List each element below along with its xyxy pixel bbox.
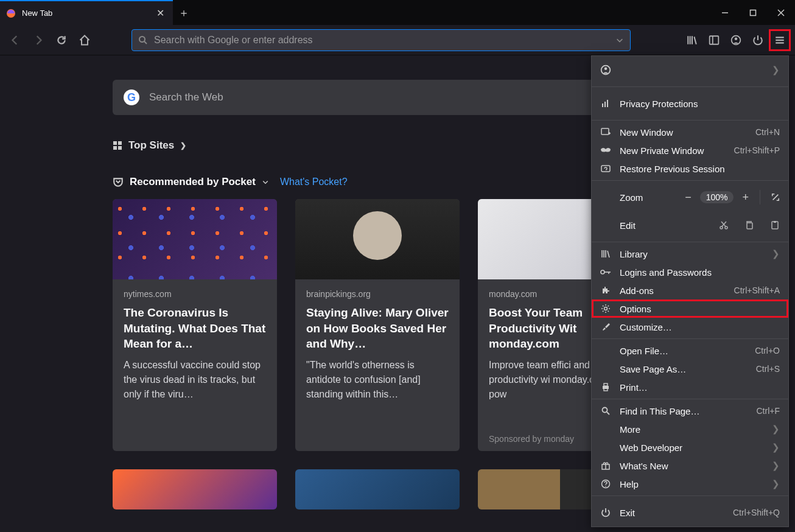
library-icon[interactable] <box>682 30 702 51</box>
menu-logins[interactable]: Logins and Passwords <box>592 263 788 281</box>
close-tab-icon[interactable]: ✕ <box>154 7 167 19</box>
zoom-out-button[interactable]: − <box>685 191 692 204</box>
svg-rect-14 <box>113 141 117 145</box>
pocket-card[interactable] <box>113 469 277 509</box>
menu-web-developer[interactable]: Web Developer ❯ <box>592 438 788 457</box>
restore-icon <box>600 163 611 174</box>
menu-label: Zoom <box>620 192 676 203</box>
svg-point-35 <box>604 307 608 310</box>
forward-button[interactable] <box>28 30 49 51</box>
chevron-down-icon <box>262 178 269 186</box>
close-window-button[interactable] <box>767 0 795 25</box>
menu-new-window[interactable]: New Window Ctrl+N <box>592 123 788 141</box>
chevron-right-icon: ❯ <box>772 248 780 259</box>
card-thumbnail <box>113 199 277 279</box>
maximize-button[interactable] <box>739 0 767 25</box>
search-icon <box>600 405 611 416</box>
copy-button[interactable] <box>744 220 754 230</box>
menu-save-as[interactable]: Save Page As… Ctrl+S <box>592 360 788 378</box>
svg-rect-17 <box>118 146 122 150</box>
window-controls <box>711 0 795 25</box>
menu-restore-session[interactable]: Restore Previous Session <box>592 159 788 178</box>
fullscreen-button[interactable] <box>771 193 780 201</box>
menu-help[interactable]: Help ❯ <box>592 475 788 493</box>
menu-label: Edit <box>620 220 710 231</box>
tab-title: New Tab <box>22 9 154 18</box>
help-icon <box>600 478 611 489</box>
svg-rect-7 <box>710 36 719 44</box>
menu-label: Exit <box>620 508 724 518</box>
dropdown-icon[interactable] <box>615 36 624 44</box>
pocket-label: Recommended by Pocket <box>130 176 256 188</box>
account-icon[interactable] <box>726 30 746 51</box>
svg-point-27 <box>720 226 723 229</box>
card-domain: brainpickings.org <box>306 289 449 299</box>
url-input[interactable] <box>154 35 609 46</box>
zoom-value[interactable]: 100% <box>700 191 734 203</box>
svg-rect-16 <box>113 146 117 150</box>
svg-rect-2 <box>751 10 756 15</box>
titlebar: New Tab ✕ ＋ <box>0 0 795 25</box>
mask-icon <box>600 145 611 156</box>
shortcut: Ctrl+Shift+P <box>734 145 780 155</box>
menu-options[interactable]: Options <box>592 299 788 318</box>
pocket-card[interactable] <box>295 469 460 509</box>
chevron-right-icon: ❯ <box>772 442 780 453</box>
svg-rect-15 <box>118 141 122 145</box>
menu-find[interactable]: Find in This Page… Ctrl+F <box>592 402 788 420</box>
zoom-in-button[interactable]: + <box>742 191 749 204</box>
menu-open-file[interactable]: Open File… Ctrl+O <box>592 341 788 360</box>
card-title: The Coronavirus Is Mutating. What Does T… <box>124 305 266 352</box>
reload-button[interactable] <box>51 30 72 51</box>
menu-label: Help <box>620 479 763 489</box>
chevron-right-icon: ❯ <box>772 478 780 489</box>
pocket-icon <box>113 177 124 187</box>
menu-addons[interactable]: Add-ons Ctrl+Shift+A <box>592 281 788 299</box>
menu-label: What's New <box>620 461 763 471</box>
url-bar[interactable] <box>131 29 631 51</box>
new-tab-button[interactable]: ＋ <box>173 0 195 25</box>
menu-customize[interactable]: Customize… <box>592 318 788 336</box>
menu-account[interactable]: ❯ <box>592 56 788 84</box>
svg-point-39 <box>603 408 608 413</box>
menu-label: Save Page As… <box>620 364 748 374</box>
menu-privacy[interactable]: Privacy Protections <box>592 89 788 117</box>
cut-button[interactable] <box>719 220 729 230</box>
menu-zoom: Zoom − 100% + <box>592 183 788 211</box>
whats-pocket-link[interactable]: What's Pocket? <box>280 177 348 187</box>
brush-icon <box>600 321 611 332</box>
pocket-card[interactable]: nytimes.com The Coronavirus Is Mutating.… <box>113 199 277 451</box>
library-icon <box>600 248 611 259</box>
menu-more[interactable]: More ❯ <box>592 420 788 438</box>
app-menu-button[interactable] <box>769 30 790 51</box>
svg-point-19 <box>604 68 608 71</box>
menu-print[interactable]: Print… <box>592 378 788 396</box>
menu-library[interactable]: Library ❯ <box>592 245 788 263</box>
power-icon[interactable] <box>748 30 768 51</box>
back-button[interactable] <box>5 30 26 51</box>
menu-label: Find in This Page… <box>620 406 748 416</box>
pocket-card[interactable]: brainpickings.org Staying Alive: Mary Ol… <box>295 199 460 451</box>
search-placeholder: Search the Web <box>149 91 223 103</box>
svg-rect-20 <box>602 103 603 107</box>
print-icon <box>600 382 611 393</box>
menu-label: Print… <box>620 382 780 393</box>
menu-new-private[interactable]: New Private Window Ctrl+Shift+P <box>592 141 788 159</box>
top-sites-label: Top Sites <box>128 139 174 152</box>
menu-label: More <box>620 424 763 435</box>
puzzle-icon <box>600 285 611 296</box>
paste-button[interactable] <box>770 220 780 230</box>
menu-label: Add-ons <box>620 285 726 296</box>
menu-label: Library <box>620 249 763 259</box>
menu-whats-new[interactable]: What's New ❯ <box>592 457 788 475</box>
sidebar-icon[interactable] <box>704 30 724 51</box>
svg-rect-23 <box>601 128 609 135</box>
browser-tab[interactable]: New Tab ✕ <box>0 0 173 25</box>
menu-exit[interactable]: Exit Ctrl+Shift+Q <box>592 499 788 527</box>
home-button[interactable] <box>74 30 95 51</box>
menu-edit: Edit <box>592 211 788 239</box>
minimize-button[interactable] <box>711 0 739 25</box>
grid-icon <box>113 141 122 150</box>
menu-label: Customize… <box>620 322 780 332</box>
gift-icon <box>600 460 611 471</box>
